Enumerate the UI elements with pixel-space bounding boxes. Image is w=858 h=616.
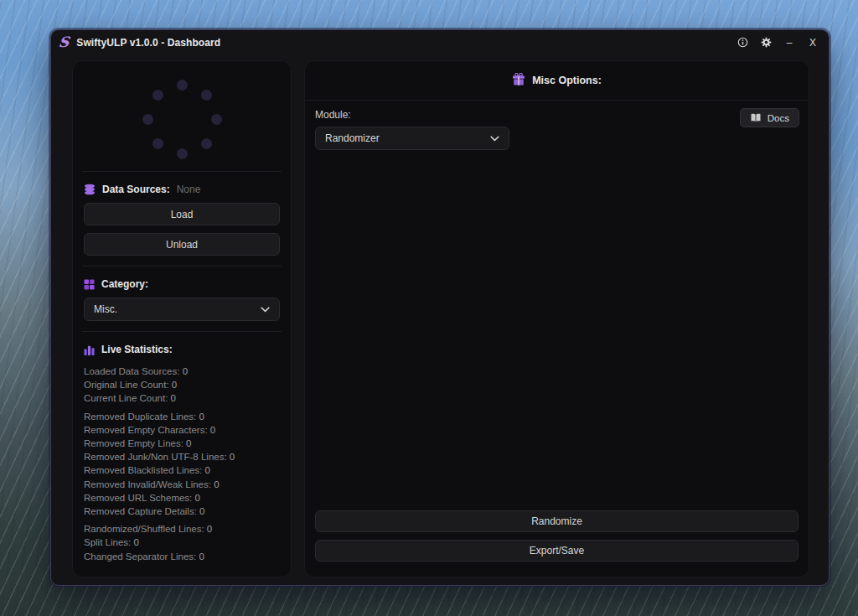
export-save-button[interactable]: Export/Save [315, 540, 799, 562]
divider [82, 331, 282, 332]
randomize-button[interactable]: Randomize [315, 510, 799, 532]
misc-options-header: Misc Options: [305, 61, 809, 101]
data-sources-value: None [177, 184, 201, 195]
window-content: Data Sources: None Load Unload Category:… [72, 60, 809, 577]
stat-removed-blacklisted-lines: Removed Blacklisted Lines: 0 [84, 463, 280, 477]
close-icon[interactable]: X [807, 37, 819, 49]
stat-changed-separator-lines: Changed Separator Lines: 0 [84, 550, 280, 563]
stat-original-line-count: Original Line Count: 0 [84, 378, 280, 391]
data-sources-header: Data Sources: None [84, 184, 280, 195]
bar-chart-icon [84, 344, 95, 355]
stat-removed-empty-lines: Removed Empty Lines: 0 [84, 437, 280, 450]
live-statistics-header: Live Statistics: [84, 344, 280, 355]
data-sources-label: Data Sources: [102, 184, 170, 195]
database-icon [84, 184, 96, 195]
chevron-down-icon [261, 307, 270, 313]
load-button[interactable]: Load [84, 203, 280, 225]
divider [82, 171, 282, 172]
titlebar: S SwiftyULP v1.0.0 - Dashboard – [51, 30, 829, 54]
module-label: Module: [315, 109, 799, 121]
category-label: Category: [101, 278, 148, 290]
sidebar-panel: Data Sources: None Load Unload Category:… [72, 60, 292, 577]
category-dropdown[interactable]: Misc. [84, 298, 280, 321]
stat-removed-duplicate-lines: Removed Duplicate Lines: 0 [84, 410, 280, 423]
category-header: Category: [84, 278, 280, 290]
info-icon[interactable] [737, 37, 748, 49]
main-panel: Misc Options: Module: Randomizer Docs [304, 60, 809, 577]
stats-list: Loaded Data Sources: 0 Original Line Cou… [84, 365, 280, 563]
unload-button[interactable]: Unload [84, 233, 280, 256]
category-selected-value: Misc. [94, 303, 117, 315]
stat-split-lines: Split Lines: 0 [84, 536, 280, 549]
app-logo: S [58, 35, 70, 49]
stat-removed-empty-characters: Removed Empty Characters: 0 [84, 423, 280, 437]
chevron-down-icon [490, 136, 499, 142]
live-statistics-label: Live Statistics: [101, 344, 173, 355]
minimize-icon[interactable]: – [783, 37, 795, 49]
divider [82, 266, 282, 267]
misc-options-label: Misc Options: [532, 75, 602, 86]
app-window: S SwiftyULP v1.0.0 - Dashboard – [50, 29, 830, 586]
stat-current-line-count: Current Line Count: 0 [84, 391, 280, 405]
stat-randomized-shuffled-lines: Randomized/Shuffled Lines: 0 [84, 522, 280, 536]
module-selected-value: Randomizer [325, 132, 380, 144]
grid-icon [84, 279, 95, 290]
stat-removed-invalid-weak-lines: Removed Invalid/Weak Lines: 0 [84, 478, 280, 491]
spinner-area [84, 61, 280, 171]
stat-loaded-data-sources: Loaded Data Sources: 0 [84, 365, 280, 378]
stat-removed-url-schemes: Removed URL Schemes: 0 [84, 491, 280, 505]
open-book-icon [750, 113, 762, 122]
docs-button[interactable]: Docs [740, 108, 799, 127]
action-buttons: Randomize Export/Save [305, 510, 809, 577]
window-title: SwiftyULP v1.0.0 - Dashboard [76, 37, 220, 49]
stat-removed-junk-lines: Removed Junk/Non UTF-8 Lines: 0 [84, 450, 280, 463]
gift-icon [512, 73, 525, 89]
docs-button-label: Docs [768, 113, 789, 123]
stat-removed-capture-details: Removed Capture Details: 0 [84, 505, 280, 518]
module-section: Module: Randomizer Docs [305, 101, 809, 510]
window-controls: – X [737, 37, 819, 49]
gear-icon[interactable] [760, 37, 772, 49]
module-dropdown[interactable]: Randomizer [315, 127, 509, 150]
